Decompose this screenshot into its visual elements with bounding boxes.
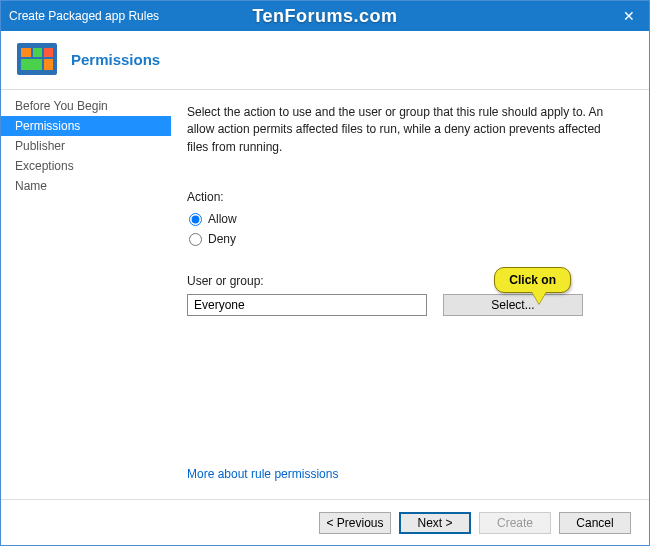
titlebar: Create Packaged app Rules TenForums.com …: [1, 1, 649, 31]
more-about-link[interactable]: More about rule permissions: [187, 467, 617, 489]
svg-rect-2: [33, 48, 42, 57]
page-title: Permissions: [71, 51, 160, 68]
radio-deny-label: Deny: [208, 232, 236, 246]
radio-allow-input[interactable]: [189, 213, 202, 226]
svg-rect-1: [21, 48, 31, 57]
cancel-button[interactable]: Cancel: [559, 512, 631, 534]
wizard-footer: < Previous Next > Create Cancel: [1, 499, 649, 545]
callout-tail-icon: [532, 292, 546, 304]
svg-rect-5: [44, 59, 53, 70]
sidebar-item-publisher[interactable]: Publisher: [1, 136, 171, 156]
svg-rect-4: [21, 59, 42, 70]
callout-text: Click on: [494, 267, 571, 293]
watermark-text: TenForums.com: [252, 6, 397, 27]
radio-deny-input[interactable]: [189, 233, 202, 246]
wizard-header: Permissions: [1, 31, 649, 90]
sidebar-item-exceptions[interactable]: Exceptions: [1, 156, 171, 176]
radio-allow-label: Allow: [208, 212, 237, 226]
sidebar-item-before-you-begin[interactable]: Before You Begin: [1, 96, 171, 116]
description-text: Select the action to use and the user or…: [187, 104, 607, 156]
window-title: Create Packaged app Rules: [9, 9, 159, 23]
action-label: Action:: [187, 190, 617, 204]
wizard-body: Before You Begin Permissions Publisher E…: [1, 90, 649, 499]
sidebar-item-permissions[interactable]: Permissions: [1, 116, 171, 136]
user-group-input[interactable]: [187, 294, 427, 316]
wizard-window: Create Packaged app Rules TenForums.com …: [0, 0, 650, 546]
annotation-callout: Click on: [494, 267, 571, 304]
close-icon[interactable]: ✕: [617, 8, 641, 24]
wizard-steps-sidebar: Before You Begin Permissions Publisher E…: [1, 90, 171, 499]
radio-deny[interactable]: Deny: [189, 232, 617, 246]
create-button: Create: [479, 512, 551, 534]
next-button[interactable]: Next >: [399, 512, 471, 534]
radio-allow[interactable]: Allow: [189, 212, 617, 226]
svg-rect-3: [44, 48, 53, 57]
sidebar-item-name[interactable]: Name: [1, 176, 171, 196]
app-icon: [17, 43, 57, 75]
previous-button[interactable]: < Previous: [319, 512, 391, 534]
main-panel: Click on Select the action to use and th…: [171, 90, 649, 499]
